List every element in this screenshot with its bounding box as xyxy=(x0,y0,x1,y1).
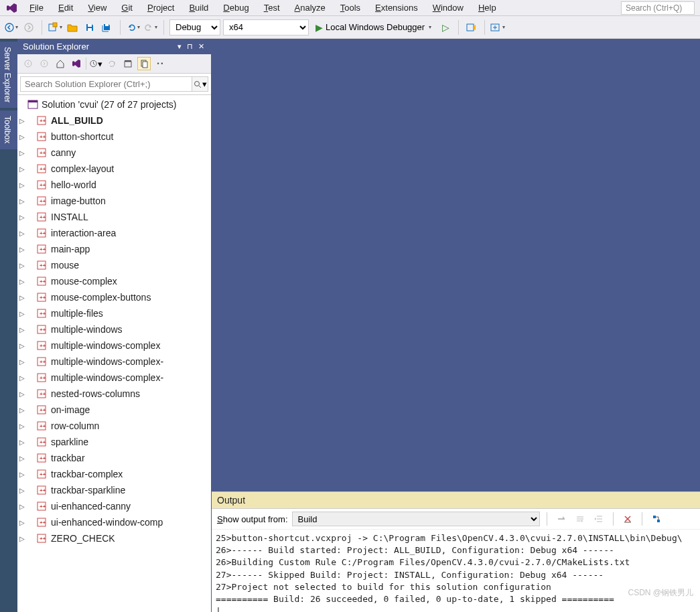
redo-icon[interactable]: ▾ xyxy=(143,20,158,35)
close-icon[interactable]: ✕ xyxy=(197,42,206,51)
project-node[interactable]: ▷++nested-rows-columns xyxy=(17,386,211,402)
expander-icon[interactable]: ▷ xyxy=(17,471,27,478)
expander-icon[interactable]: ▷ xyxy=(17,310,27,317)
project-node[interactable]: ▷++button-shortcut xyxy=(17,129,211,145)
project-node[interactable]: ▷++multiple-windows-complex xyxy=(17,337,211,354)
menu-project[interactable]: Project xyxy=(145,1,177,14)
expander-icon[interactable]: ▷ xyxy=(17,519,27,526)
output-clear-icon[interactable] xyxy=(554,512,569,526)
expander-icon[interactable]: ▷ xyxy=(17,326,27,333)
project-node[interactable]: ▷++trackbar-complex xyxy=(17,466,211,482)
project-node[interactable]: ▷++INSTALL xyxy=(17,209,211,225)
menu-edit[interactable]: Edit xyxy=(56,1,76,14)
open-file-icon[interactable] xyxy=(65,20,80,35)
project-node[interactable]: ▷++sparkline xyxy=(17,434,211,450)
project-node[interactable]: ▷++multiple-windows-complex- xyxy=(17,354,211,370)
output-clearall-icon[interactable] xyxy=(620,512,635,526)
menu-tools[interactable]: Tools xyxy=(338,1,363,14)
project-node[interactable]: ▷++multiple-files xyxy=(17,305,211,321)
menu-test[interactable]: Test xyxy=(261,1,283,14)
history-icon[interactable]: ▾ xyxy=(89,57,102,70)
project-node[interactable]: ▷++main-app xyxy=(17,241,211,257)
menu-view[interactable]: View xyxy=(85,1,109,14)
collapse-all-icon[interactable] xyxy=(121,57,135,70)
expander-icon[interactable]: ▷ xyxy=(17,455,27,462)
menu-file[interactable]: File xyxy=(27,1,46,14)
platform-select[interactable]: x64 xyxy=(223,19,309,35)
expander-icon[interactable]: ▷ xyxy=(17,181,27,189)
pin-icon[interactable]: ⊓ xyxy=(186,42,194,51)
start-debugging-button[interactable]: ▶ Local Windows Debugger ▾ xyxy=(311,21,435,34)
expander-icon[interactable]: ▷ xyxy=(17,230,27,237)
expander-icon[interactable]: ▷ xyxy=(17,149,27,157)
expander-icon[interactable]: ▷ xyxy=(17,246,27,253)
expander-icon[interactable]: ▷ xyxy=(17,133,27,141)
solution-node[interactable]: Solution 'cvui' (27 of 27 projects) xyxy=(17,96,211,112)
menu-git[interactable]: Git xyxy=(119,1,135,14)
project-node[interactable]: ▷++multiple-windows xyxy=(17,321,211,337)
nav-back-icon[interactable]: ▾ xyxy=(4,20,19,35)
menu-debug[interactable]: Debug xyxy=(220,1,251,14)
project-node[interactable]: ▷++row-column xyxy=(17,418,211,434)
save-icon[interactable] xyxy=(82,20,97,35)
expander-icon[interactable]: ▷ xyxy=(17,262,27,269)
project-node[interactable]: ▷++on-image xyxy=(17,402,211,418)
menu-analyze[interactable]: Analyze xyxy=(292,1,328,14)
properties-icon[interactable]: • • xyxy=(153,57,167,70)
undo-icon[interactable]: ▾ xyxy=(126,20,141,35)
home-icon[interactable] xyxy=(54,57,67,70)
project-node[interactable]: ▷++mouse-complex xyxy=(17,273,211,289)
output-text[interactable]: 25>button-shortcut.vcxproj -> C:\Program… xyxy=(212,530,700,612)
project-node[interactable]: ▷++complex-layout xyxy=(17,161,211,177)
new-project-icon[interactable]: ▾ xyxy=(48,20,62,35)
expander-icon[interactable]: ▷ xyxy=(17,423,27,430)
menu-extensions[interactable]: Extensions xyxy=(372,1,421,14)
nav-back2-icon[interactable] xyxy=(21,57,35,70)
project-node[interactable]: ▷++trackbar-sparkline xyxy=(17,482,211,498)
expander-icon[interactable]: ▷ xyxy=(17,503,27,510)
show-all-files-icon[interactable] xyxy=(137,57,151,70)
menu-help[interactable]: Help xyxy=(476,1,499,14)
quick-search[interactable]: Search (Ctrl+Q) xyxy=(621,1,695,15)
expander-icon[interactable]: ▷ xyxy=(17,294,27,301)
refresh-icon[interactable] xyxy=(105,57,119,70)
project-node[interactable]: ▷++interaction-area xyxy=(17,225,211,241)
project-node[interactable]: ▷++canny xyxy=(17,145,211,161)
expander-icon[interactable]: ▷ xyxy=(17,535,27,542)
expander-icon[interactable]: ▷ xyxy=(17,390,27,398)
save-all-icon[interactable] xyxy=(100,20,115,35)
project-node[interactable]: ▷++ALL_BUILD xyxy=(17,112,211,129)
tool-icon-1[interactable] xyxy=(464,20,479,35)
output-toggle-icon[interactable] xyxy=(649,512,664,526)
expander-icon[interactable]: ▷ xyxy=(17,198,27,205)
output-indent-icon[interactable] xyxy=(591,512,606,526)
menu-window[interactable]: Window xyxy=(430,1,466,14)
switch-views-icon[interactable] xyxy=(70,57,83,70)
project-node[interactable]: ▷++image-button xyxy=(17,193,211,209)
expander-icon[interactable]: ▷ xyxy=(17,214,27,221)
menu-build[interactable]: Build xyxy=(186,1,211,14)
output-source-select[interactable]: Build xyxy=(292,512,540,526)
panel-dropdown-icon[interactable]: ▾ xyxy=(176,42,183,51)
project-node[interactable]: ▷++ui-enhanced-window-comp xyxy=(17,514,211,530)
expander-icon[interactable]: ▷ xyxy=(17,406,27,414)
expander-icon[interactable]: ▷ xyxy=(17,165,27,173)
output-wrap-icon[interactable] xyxy=(573,512,587,526)
project-node[interactable]: ▷++trackbar xyxy=(17,450,211,466)
expander-icon[interactable]: ▷ xyxy=(17,439,27,446)
search-icon[interactable]: ▾ xyxy=(192,76,208,92)
project-node[interactable]: ▷++multiple-windows-complex- xyxy=(17,370,211,386)
project-node[interactable]: ▷++hello-world xyxy=(17,177,211,193)
tab-server-explorer[interactable]: Server Explorer xyxy=(0,42,17,108)
expander-icon[interactable]: ▷ xyxy=(17,374,27,382)
project-node[interactable]: ▷++mouse-complex-buttons xyxy=(17,289,211,305)
project-node[interactable]: ▷++ui-enhanced-canny xyxy=(17,498,211,514)
expander-icon[interactable]: ▷ xyxy=(17,117,27,125)
tool-icon-2[interactable]: ▾ xyxy=(490,20,505,35)
solution-search-input[interactable] xyxy=(20,76,192,92)
expander-icon[interactable]: ▷ xyxy=(17,278,27,285)
nav-forward-icon[interactable] xyxy=(21,20,36,35)
tab-toolbox[interactable]: Toolbox xyxy=(0,110,17,149)
expander-icon[interactable]: ▷ xyxy=(17,342,27,350)
nav-fwd2-icon[interactable] xyxy=(38,57,51,70)
